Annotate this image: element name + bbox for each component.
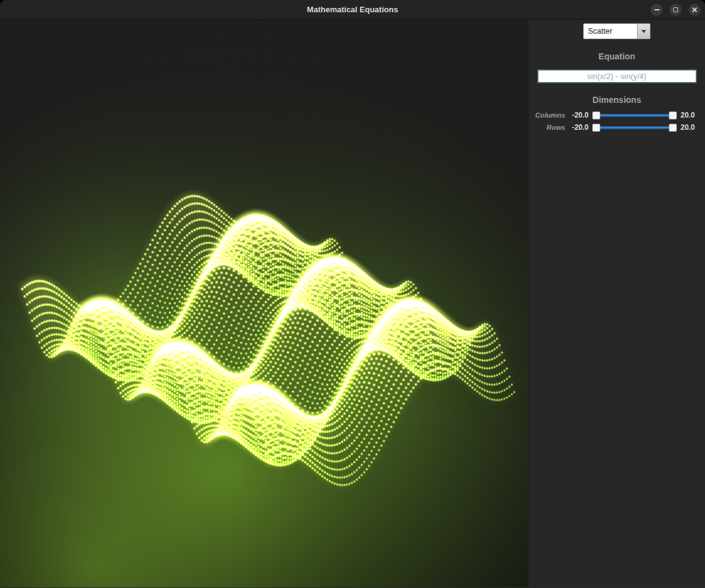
columns-max-handle[interactable]: [669, 111, 677, 119]
rows-label: Rows: [535, 124, 565, 131]
plot-type-value: Scatter: [584, 24, 637, 39]
app-body: Scatter Equation Dimensions Columns -20.…: [0, 20, 705, 587]
window-controls: [644, 4, 701, 16]
plot-type-dropdown[interactable]: Scatter: [583, 23, 650, 39]
plot-area: [0, 20, 528, 587]
rows-max-value: 20.0: [680, 123, 700, 132]
columns-min-value: -20.0: [565, 111, 589, 119]
rows-range-slider[interactable]: [592, 123, 677, 132]
rows-slider-row: Rows -20.0 20.0: [535, 121, 700, 134]
minimize-icon: [654, 9, 660, 10]
chevron-down-icon: [641, 30, 646, 33]
dropdown-open-button[interactable]: [637, 24, 650, 39]
dimensions-heading: Dimensions: [529, 95, 705, 105]
columns-range-slider[interactable]: [592, 111, 677, 119]
close-icon: [692, 7, 698, 13]
sidebar: Scatter Equation Dimensions Columns -20.…: [528, 20, 705, 587]
columns-slider-row: Columns -20.0 20.0: [535, 109, 700, 121]
columns-label: Columns: [535, 111, 565, 119]
maximize-button[interactable]: [669, 4, 682, 16]
columns-min-handle[interactable]: [592, 111, 600, 119]
app-window: Mathematical Equations Scatter: [0, 0, 705, 588]
equation-heading: Equation: [529, 51, 705, 61]
maximize-icon: [673, 7, 678, 12]
window-title: Mathematical Equations: [0, 0, 705, 20]
rows-slider-track: [594, 126, 676, 129]
close-button[interactable]: [688, 4, 701, 16]
rows-max-handle[interactable]: [669, 124, 677, 132]
rows-min-value: -20.0: [565, 123, 589, 132]
plot-canvas[interactable]: [0, 20, 528, 587]
rows-min-handle[interactable]: [592, 124, 600, 132]
columns-slider-track: [594, 114, 676, 117]
dimension-sliders: Columns -20.0 20.0 Rows -20.0: [529, 109, 705, 134]
columns-max-value: 20.0: [680, 111, 700, 119]
minimize-button[interactable]: [650, 4, 663, 16]
equation-input[interactable]: [537, 69, 697, 83]
titlebar[interactable]: Mathematical Equations: [0, 0, 705, 20]
